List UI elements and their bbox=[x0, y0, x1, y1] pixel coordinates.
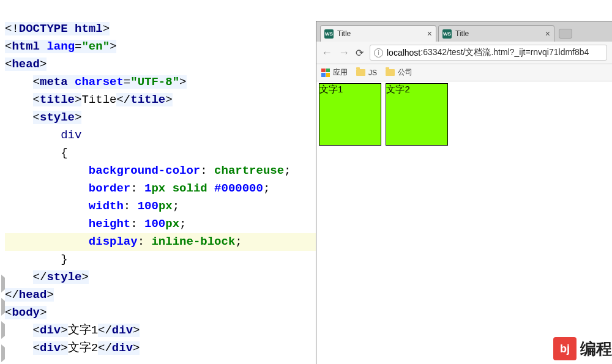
code-token: html bbox=[75, 22, 103, 35]
close-icon[interactable]: × bbox=[427, 29, 432, 39]
code-token: 100 bbox=[144, 217, 165, 231]
editor-gutter bbox=[0, 269, 6, 362]
bookmarks-bar: 应用 JS 公司 bbox=[316, 64, 612, 81]
back-icon[interactable]: ← bbox=[321, 46, 332, 59]
code-token: px bbox=[159, 199, 173, 213]
tab-strip: WS Title × WS Title × bbox=[316, 21, 612, 42]
code-token: height bbox=[89, 217, 130, 231]
address-bar[interactable]: i localhost:63342/test/文档流.html?_ijt=rnv… bbox=[370, 45, 607, 61]
code-token: Title bbox=[81, 93, 116, 106]
folder-icon bbox=[386, 69, 395, 76]
browser-tab[interactable]: WS Title × bbox=[438, 25, 554, 42]
forward-icon[interactable]: → bbox=[338, 46, 349, 59]
code-token: html bbox=[12, 40, 47, 53]
demo-box-1: 文字1 bbox=[319, 83, 381, 146]
apps-icon bbox=[321, 69, 330, 77]
watermark: bj 编程 bbox=[553, 337, 612, 360]
favicon-icon: WS bbox=[442, 29, 452, 39]
tab-title: Title bbox=[455, 29, 469, 38]
bookmark-label: 公司 bbox=[398, 67, 412, 78]
folder-icon bbox=[356, 69, 365, 76]
code-token: = bbox=[75, 40, 81, 53]
code-token: div bbox=[40, 324, 61, 337]
apps-label: 应用 bbox=[333, 67, 348, 78]
new-tab-button[interactable] bbox=[559, 29, 572, 39]
code-token: div bbox=[61, 128, 81, 142]
tab-title: Title bbox=[337, 29, 351, 38]
code-token: div bbox=[112, 324, 133, 337]
code-token: 文字2 bbox=[68, 341, 98, 355]
url-host: localhost bbox=[387, 48, 420, 58]
reload-icon[interactable]: ⟳ bbox=[356, 47, 364, 59]
site-info-icon[interactable]: i bbox=[374, 48, 383, 58]
code-token: div bbox=[40, 341, 61, 355]
code-token: 文字1 bbox=[68, 324, 98, 337]
code-token: chartreuse bbox=[214, 164, 284, 177]
code-token: px bbox=[151, 182, 165, 195]
code-token: } bbox=[61, 253, 67, 266]
code-token: width bbox=[89, 199, 124, 213]
code-token: display bbox=[89, 235, 138, 248]
code-token: #000000 bbox=[214, 182, 263, 195]
code-token: solid bbox=[165, 182, 214, 195]
code-token: background-color bbox=[89, 164, 200, 177]
fold-icon[interactable] bbox=[1, 275, 7, 292]
code-content[interactable]: <!DOCTYPE html> <html lang="en"> <head> … bbox=[5, 2, 316, 357]
code-token: head bbox=[19, 288, 47, 302]
code-token: charset bbox=[75, 75, 124, 89]
code-token: head bbox=[12, 58, 40, 71]
code-token: lang bbox=[47, 40, 75, 53]
code-token: title bbox=[40, 93, 75, 106]
code-token: title bbox=[130, 93, 165, 106]
code-token: 100 bbox=[138, 199, 159, 213]
code-token: 1 bbox=[144, 182, 151, 195]
watermark-text: 编程 bbox=[580, 338, 612, 360]
code-token: <! bbox=[5, 22, 19, 35]
code-token: meta bbox=[40, 75, 75, 89]
browser-window: WS Title × WS Title × ← → ⟳ i localhost:… bbox=[316, 21, 612, 364]
fold-icon[interactable] bbox=[1, 298, 7, 316]
page-viewport: 文字1 文字2 bbox=[316, 81, 612, 147]
browser-tab-active[interactable]: WS Title × bbox=[320, 25, 436, 42]
code-token: px bbox=[165, 217, 179, 231]
close-icon[interactable]: × bbox=[545, 29, 550, 39]
code-token: div bbox=[112, 341, 133, 355]
apps-button[interactable]: 应用 bbox=[321, 67, 348, 78]
code-token: body bbox=[12, 306, 40, 319]
bookmark-folder-company[interactable]: 公司 bbox=[386, 67, 412, 78]
demo-box-2: 文字2 bbox=[386, 83, 448, 146]
code-editor[interactable]: <!DOCTYPE html> <html lang="en"> <head> … bbox=[0, 0, 316, 364]
code-token: > bbox=[103, 22, 110, 35]
fold-icon[interactable] bbox=[1, 344, 7, 362]
code-token: inline-block bbox=[151, 235, 235, 248]
code-token: style bbox=[47, 270, 81, 284]
code-token: DOCTYPE bbox=[19, 22, 75, 35]
browser-toolbar: ← → ⟳ i localhost:63342/test/文档流.html?_i… bbox=[316, 42, 612, 64]
bookmark-folder-js[interactable]: JS bbox=[356, 69, 377, 77]
code-token: border bbox=[89, 182, 130, 195]
url-path: :63342/test/文档流.html?_ijt=rnvqi71ldmf8b4 bbox=[420, 47, 589, 58]
code-token: style bbox=[40, 111, 75, 124]
code-token: "UTF-8" bbox=[130, 75, 179, 89]
code-token: "en" bbox=[81, 40, 110, 53]
code-token: { bbox=[61, 146, 67, 160]
favicon-icon: WS bbox=[324, 29, 334, 39]
fold-icon[interactable] bbox=[1, 321, 7, 339]
watermark-badge-icon: bj bbox=[553, 337, 577, 360]
bookmark-label: JS bbox=[368, 69, 377, 77]
